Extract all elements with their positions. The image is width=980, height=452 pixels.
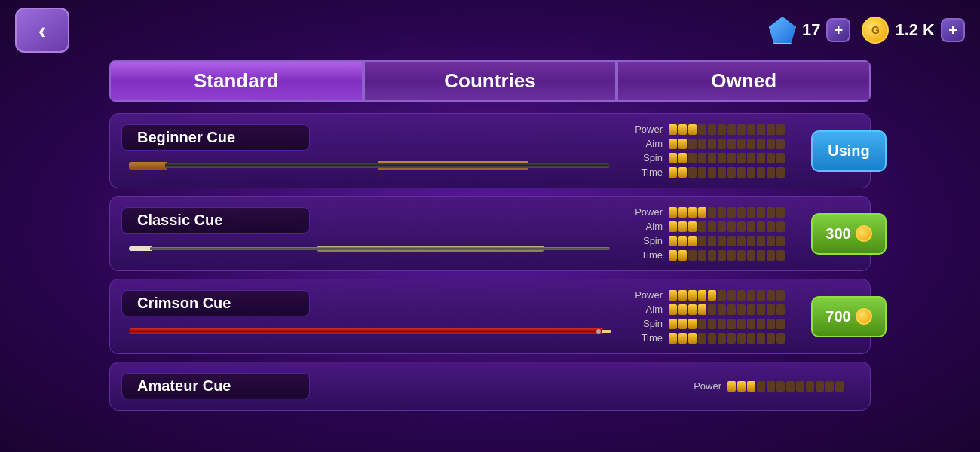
back-arrow-icon: ‹	[38, 17, 47, 44]
bar	[786, 381, 795, 392]
bar	[678, 290, 687, 301]
bar	[727, 153, 736, 163]
bar	[767, 381, 775, 392]
bar	[757, 236, 765, 246]
stat-spin-label: Spin	[634, 318, 663, 329]
cue-visual-classic	[129, 243, 611, 254]
bar	[718, 304, 726, 315]
bar	[718, 290, 726, 301]
cue-list: Beginner Cue Power	[0, 102, 980, 411]
header: ‹ 17 + G 1.2 K +	[0, 0, 980, 60]
currency-area: 17 + G 1.2 K +	[769, 17, 965, 44]
bar	[678, 139, 687, 149]
bar	[737, 381, 746, 392]
bar	[747, 236, 755, 246]
stat-spin-bars	[669, 236, 785, 246]
bar	[669, 124, 677, 135]
bar	[698, 124, 706, 135]
bar	[698, 333, 706, 344]
cue-name-box: Classic Cue	[121, 207, 310, 234]
bar	[718, 333, 726, 344]
bar	[678, 250, 687, 261]
stat-power-bars	[669, 290, 785, 301]
bar	[747, 139, 755, 149]
bar	[708, 167, 716, 178]
tab-countries[interactable]: Countries	[363, 60, 617, 102]
add-gems-button[interactable]: +	[826, 18, 850, 42]
cue-card-crimson: Crimson Cue Power	[109, 279, 871, 354]
bar	[708, 153, 716, 163]
bar	[718, 221, 726, 232]
bar	[727, 333, 736, 344]
bar	[688, 124, 697, 135]
bar	[757, 153, 765, 163]
bar	[727, 304, 736, 315]
bar	[747, 221, 755, 232]
app-root: ‹ 17 + G 1.2 K + Standard Countries Owne…	[0, 0, 980, 452]
tab-standard[interactable]: Standard	[109, 60, 363, 102]
bar	[767, 153, 775, 163]
bar	[757, 167, 765, 178]
tab-owned[interactable]: Owned	[617, 60, 871, 102]
bar	[767, 333, 775, 344]
stat-spin-label: Spin	[634, 152, 663, 163]
bar	[727, 381, 736, 392]
bar	[737, 304, 746, 315]
stat-power: Power	[634, 124, 800, 135]
bar	[688, 236, 697, 246]
back-button[interactable]: ‹	[15, 8, 69, 53]
bar	[747, 319, 755, 329]
stat-aim: Aim	[634, 304, 800, 315]
cue-tip	[602, 330, 611, 333]
bar	[688, 250, 697, 261]
bar	[767, 304, 775, 315]
bar	[669, 290, 677, 301]
bar	[688, 153, 697, 163]
coin-currency: G 1.2 K +	[862, 17, 965, 44]
add-coins-button[interactable]: +	[941, 18, 965, 42]
gem-count: 17	[802, 20, 820, 40]
bar	[757, 207, 765, 218]
bar	[678, 333, 687, 344]
coin-count: 1.2 K	[895, 20, 935, 40]
bar	[757, 304, 765, 315]
bar	[747, 290, 755, 301]
bar	[678, 207, 687, 218]
stat-aim-label: Aim	[634, 221, 663, 232]
using-button[interactable]: Using	[811, 130, 887, 172]
bar	[776, 139, 785, 149]
bar	[757, 381, 765, 392]
bar	[776, 153, 785, 163]
bar	[669, 304, 677, 315]
buy-crimson-button[interactable]: 700	[811, 296, 887, 337]
stat-spin: Spin	[634, 318, 800, 329]
stat-aim-bars	[669, 304, 785, 315]
bar	[727, 167, 736, 178]
coin-icon-small	[856, 225, 872, 242]
bar	[776, 333, 785, 344]
bar	[747, 167, 755, 178]
bar	[747, 153, 755, 163]
bar	[767, 319, 775, 329]
bar	[767, 124, 775, 135]
bar	[727, 290, 736, 301]
bar	[776, 381, 785, 392]
bar	[678, 124, 687, 135]
bar	[767, 221, 775, 232]
cue-card-classic: Classic Cue Power	[109, 196, 871, 271]
bar	[669, 153, 677, 163]
buy-classic-button[interactable]: 300	[811, 213, 887, 255]
bar	[767, 139, 775, 149]
bar	[718, 319, 726, 329]
bar	[816, 381, 824, 392]
cue-name: Amateur Cue	[137, 377, 231, 394]
cue-name: Classic Cue	[137, 212, 222, 228]
stats-amateur: Power	[693, 380, 859, 392]
bar	[669, 207, 677, 218]
stat-power-label: Power	[634, 206, 663, 218]
stat-aim: Aim	[634, 138, 800, 149]
gem-icon	[769, 17, 796, 44]
bar	[747, 381, 755, 392]
stat-spin: Spin	[634, 152, 800, 163]
bar	[776, 304, 785, 315]
